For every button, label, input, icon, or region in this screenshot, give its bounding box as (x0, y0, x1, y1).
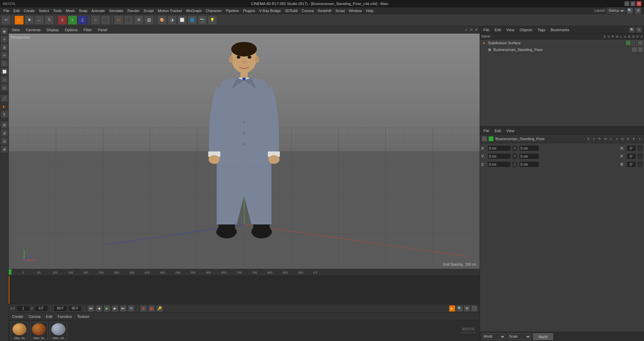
material-swatch-1[interactable]: Man_bo (11, 322, 28, 339)
undo-button[interactable]: ↩ (1, 15, 11, 25)
rotate-tool-button[interactable]: ↻ (45, 15, 54, 25)
fps-input[interactable] (68, 305, 82, 311)
sidebar-live-select[interactable]: ⬡ (1, 60, 8, 67)
menu-mesh[interactable]: Mesh (64, 8, 77, 13)
flag-extra-1[interactable] (638, 41, 643, 45)
materials-menu-texture[interactable]: Texture (76, 314, 91, 319)
material-editor-button[interactable]: 🎨 (157, 15, 167, 25)
prop-flag-x[interactable]: X (637, 136, 642, 141)
menu-pipeline[interactable]: Pipeline (224, 8, 241, 13)
prop-flag-l[interactable]: L (609, 136, 613, 141)
end-frame-input[interactable] (54, 305, 67, 311)
flag-grey-1[interactable] (632, 47, 637, 52)
materials-menu-corona[interactable]: Corona (27, 314, 42, 319)
menu-script[interactable]: Script (333, 8, 347, 13)
flag-grey-2[interactable] (638, 47, 643, 52)
sky-button[interactable]: 🌐 (187, 15, 197, 25)
sidebar-scale-tool[interactable]: ⊠ (1, 44, 8, 51)
flag-green-1[interactable] (626, 41, 631, 45)
sidebar-spline-tool[interactable]: ╱ (1, 95, 8, 102)
timeline-playhead[interactable] (9, 276, 9, 304)
window-controls[interactable]: – □ ✕ (625, 1, 641, 6)
next-frame-button[interactable]: ▶ (112, 305, 118, 312)
om-menu-edit[interactable]: Edit (493, 27, 502, 33)
material-swatch-2[interactable]: Man_bo (30, 322, 48, 339)
light-button[interactable]: 💡 (208, 15, 217, 25)
camera-button[interactable]: 📷 (198, 15, 207, 25)
om-menu-objects[interactable]: Objects (518, 27, 533, 33)
menu-redshift[interactable]: Redshift (316, 8, 333, 13)
prop-h-input[interactable] (627, 145, 636, 151)
materials-menu-create[interactable]: Create (11, 314, 24, 319)
prop-y-input[interactable] (487, 153, 511, 159)
sidebar-brush-tool[interactable]: ◐ (1, 103, 8, 110)
menu-plugins[interactable]: Plugins (241, 8, 257, 13)
om-row-businessman[interactable]: ▣ Businessman_Standing_Pose (480, 46, 644, 53)
loop-button[interactable]: ⟲ (128, 305, 135, 312)
viewport-menu-cameras[interactable]: Cameras (24, 27, 43, 33)
z-axis-button[interactable]: Z (78, 15, 87, 25)
motion-clip-button[interactable]: ▶ (449, 305, 455, 312)
om-refresh-button[interactable]: ↺ (636, 27, 642, 33)
menu-render[interactable]: Render (125, 8, 142, 13)
render-settings-button[interactable]: ⚙ (134, 15, 144, 25)
sidebar-poly-select[interactable]: ◇ (1, 76, 8, 83)
prop-zr-input[interactable] (519, 161, 539, 167)
prop-menu-edit[interactable]: Edit (493, 128, 502, 133)
prop-b-input[interactable] (627, 161, 636, 167)
timeline-zoom-button[interactable]: 🔍 (456, 305, 463, 312)
viewport-lock-icon[interactable]: ⊙ (469, 27, 473, 32)
current-frame-input[interactable] (35, 305, 48, 311)
maximize-button[interactable]: □ (631, 1, 635, 6)
goto-end-button[interactable]: ⏭ (120, 305, 126, 312)
menu-select[interactable]: Select (37, 8, 51, 13)
menu-help[interactable]: Help (364, 8, 376, 13)
picture-viewer-button[interactable]: 🖼 (144, 15, 154, 25)
viewport-menu-view[interactable]: View (10, 27, 21, 33)
flag-check-1[interactable]: ✓ (632, 41, 637, 45)
menu-simulate[interactable]: Simulate (107, 8, 125, 13)
prop-menu-view[interactable]: View (505, 128, 516, 133)
prop-flag-v[interactable]: V (592, 136, 596, 141)
om-menu-tags[interactable]: Tags (536, 27, 547, 33)
auto-key-button[interactable]: ⬤ (148, 305, 155, 312)
layout-select[interactable]: Startup (607, 8, 625, 14)
sidebar-pointer-tool[interactable]: ▣ (1, 27, 8, 35)
sidebar-connect-tool[interactable]: ⊟ (1, 137, 8, 145)
y-axis-button[interactable]: Y (68, 15, 77, 25)
sidebar-move-tool[interactable]: ✛ (1, 36, 8, 43)
scale-select[interactable]: Scale (507, 333, 531, 340)
material-swatch-3[interactable]: Man_clo (50, 322, 67, 339)
coordinate-system-select[interactable]: World Object (482, 333, 505, 340)
viewport-maximize-icon[interactable]: ⤢ (464, 27, 468, 32)
start-frame-input[interactable] (16, 305, 30, 311)
om-content[interactable]: ◈ Subdivision Surface ✓ ▣ Businessman_St… (480, 40, 644, 126)
timeline-tracks[interactable] (9, 276, 480, 304)
viewport-menu-display[interactable]: Display (45, 27, 60, 33)
play-button[interactable]: ▶ (104, 305, 110, 312)
sidebar-loop-select[interactable]: ◎ (1, 84, 8, 91)
texture-button[interactable]: ◑ (167, 15, 177, 25)
viewport-menu-options[interactable]: Options (63, 27, 79, 33)
viewport-menu-panel[interactable]: Panel (96, 27, 109, 33)
menu-motiontracker[interactable]: Motion Tracker (156, 8, 184, 13)
materials-menu-function[interactable]: Function (56, 314, 73, 319)
layout-reset-button[interactable]: ↺ (635, 7, 641, 14)
timeline-start-marker[interactable] (9, 269, 11, 275)
sidebar-magnet-tool[interactable]: $ (1, 111, 8, 118)
om-menu-bookmarks[interactable]: Bookmarks (549, 27, 571, 33)
floor-button[interactable]: ⬜ (177, 15, 187, 25)
prop-menu-file[interactable]: File (482, 128, 491, 133)
prop-z-input[interactable] (487, 161, 511, 167)
menu-character[interactable]: Character (204, 8, 224, 13)
menu-3dtoall[interactable]: 3DToAll (283, 8, 300, 13)
x-axis-button[interactable]: X (58, 15, 67, 25)
viewport-close-icon[interactable]: ✕ (474, 27, 478, 32)
sidebar-box-select[interactable]: ⬜ (1, 68, 8, 75)
move-tool-button[interactable]: ✱ (24, 15, 34, 25)
om-search-button[interactable]: 🔍 (629, 27, 635, 33)
object-mode-button[interactable]: ○ (91, 15, 100, 25)
sidebar-rotate-tool[interactable]: ⟳ (1, 52, 8, 59)
sidebar-smooth-tool[interactable]: ⌘ (1, 121, 8, 129)
new-object-button[interactable]: + (14, 15, 24, 25)
